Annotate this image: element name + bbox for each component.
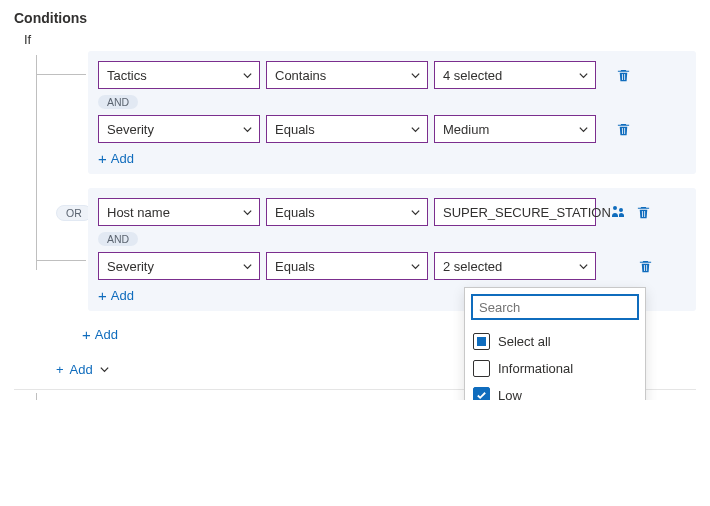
add-label: Add (111, 151, 134, 166)
operator-dropdown[interactable]: Equals (266, 198, 428, 226)
value-dropdown[interactable]: Medium (434, 115, 596, 143)
value-text: Medium (443, 122, 489, 137)
option-select-all[interactable]: Select all (471, 328, 639, 355)
plus-icon: + (56, 362, 64, 377)
condition-group: Host name Equals SUPER_SECURE_STATION AN… (88, 188, 696, 311)
chevron-down-icon (409, 260, 421, 272)
option-label: Low (498, 388, 522, 400)
operator-value: Equals (275, 122, 315, 137)
chevron-down-icon (409, 69, 421, 81)
chevron-down-icon (577, 260, 589, 272)
option-item[interactable]: Low (471, 382, 639, 400)
field-dropdown[interactable]: Tactics (98, 61, 260, 89)
value-dropdown[interactable]: 4 selected (434, 61, 596, 89)
and-badge: AND (98, 95, 138, 109)
checkbox-checked-icon (473, 387, 490, 400)
search-input[interactable] (471, 294, 639, 320)
delete-icon[interactable] (614, 120, 632, 138)
chevron-down-icon (241, 260, 253, 272)
field-value: Tactics (107, 68, 147, 83)
plus-icon: + (98, 288, 107, 303)
delete-icon[interactable] (636, 257, 654, 275)
operator-dropdown[interactable]: Contains (266, 61, 428, 89)
operator-dropdown[interactable]: Equals (266, 252, 428, 280)
option-label: Informational (498, 361, 573, 376)
add-label: Add (95, 327, 118, 342)
add-label: Add (70, 362, 93, 377)
plus-icon: + (82, 327, 91, 342)
chevron-down-icon (241, 69, 253, 81)
value-dropdown[interactable]: 2 selected (434, 252, 596, 280)
value-text: 2 selected (443, 259, 502, 274)
conditions-container: Tactics Contains 4 selected AND Severity (14, 51, 696, 390)
value-text: SUPER_SECURE_STATION (443, 205, 611, 220)
chevron-down-icon (99, 364, 111, 376)
chevron-down-icon (241, 206, 253, 218)
delete-icon[interactable] (634, 203, 652, 221)
value-text: 4 selected (443, 68, 502, 83)
field-value: Host name (107, 205, 170, 220)
condition-group: Tactics Contains 4 selected AND Severity (88, 51, 696, 174)
operator-value: Contains (275, 68, 326, 83)
chevron-down-icon (409, 123, 421, 135)
field-dropdown[interactable]: Host name (98, 198, 260, 226)
if-label: If (24, 32, 696, 47)
field-dropdown[interactable]: Severity (98, 115, 260, 143)
operator-value: Equals (275, 205, 315, 220)
checkbox-icon (473, 360, 490, 377)
multiselect-popup: Select all Informational Low Medium High (464, 287, 646, 400)
condition-row: Tactics Contains 4 selected (98, 61, 686, 89)
and-badge: AND (98, 232, 138, 246)
operator-dropdown[interactable]: Equals (266, 115, 428, 143)
field-dropdown[interactable]: Severity (98, 252, 260, 280)
condition-row: Severity Equals Medium (98, 115, 686, 143)
chevron-down-icon (577, 123, 589, 135)
chevron-down-icon (409, 206, 421, 218)
option-item[interactable]: Informational (471, 355, 639, 382)
condition-row: Host name Equals SUPER_SECURE_STATION (98, 198, 686, 226)
or-badge: OR (56, 205, 92, 221)
value-dropdown[interactable]: SUPER_SECURE_STATION (434, 198, 596, 226)
plus-icon: + (98, 151, 107, 166)
field-value: Severity (107, 122, 154, 137)
field-value: Severity (107, 259, 154, 274)
tree-elbow (36, 393, 80, 400)
add-label: Add (111, 288, 134, 303)
chevron-down-icon (241, 123, 253, 135)
chevron-down-icon (577, 69, 589, 81)
delete-icon[interactable] (614, 66, 632, 84)
option-label: Select all (498, 334, 551, 349)
add-condition-button[interactable]: + Add (98, 149, 686, 168)
checkbox-indeterminate-icon (473, 333, 490, 350)
tree-elbow (36, 221, 86, 261)
condition-row: Severity Equals 2 selected Select all (98, 252, 686, 280)
section-title: Conditions (14, 10, 696, 26)
operator-value: Equals (275, 259, 315, 274)
tree-elbow (36, 55, 86, 75)
